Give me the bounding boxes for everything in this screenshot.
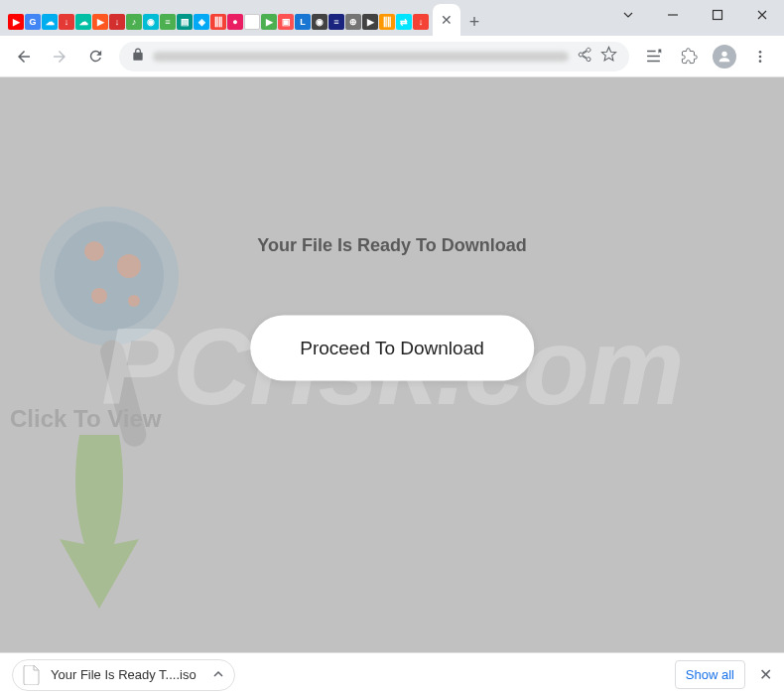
extension-icon[interactable]: ♪ xyxy=(126,14,142,30)
extension-icon[interactable]: ◉ xyxy=(312,14,327,30)
downloads-bar: Your File Is Ready T....iso Show all ✕ xyxy=(0,652,784,696)
maximize-button[interactable] xyxy=(695,0,739,30)
profile-avatar[interactable] xyxy=(709,41,740,72)
minimize-button[interactable] xyxy=(650,0,695,30)
download-item[interactable]: Your File Is Ready T....iso xyxy=(12,659,235,691)
browser-toolbar xyxy=(0,36,784,77)
file-icon xyxy=(23,665,41,685)
extension-icon[interactable]: ▣ xyxy=(278,14,294,30)
download-prompt: Your File Is Ready To Download Proceed T… xyxy=(250,235,534,381)
window-controls xyxy=(605,0,784,30)
svg-point-5 xyxy=(759,60,762,63)
svg-rect-1 xyxy=(713,11,721,20)
close-icon[interactable]: ✕ xyxy=(441,12,453,28)
close-button[interactable] xyxy=(739,0,784,30)
extension-icon[interactable]: ⇄ xyxy=(396,14,412,30)
extension-strip: ▶G☁↓☁▶↓♪◉≡▤◈ǁǁ●▶▣L◉≡⊕▶ǁǁ⇄↓ xyxy=(8,14,429,36)
svg-point-2 xyxy=(721,51,726,56)
svg-point-4 xyxy=(759,55,762,58)
new-tab-button[interactable]: + xyxy=(460,8,488,36)
extension-icon[interactable]: ● xyxy=(227,14,243,30)
dropdown-icon[interactable] xyxy=(605,0,650,30)
extension-icon[interactable]: ▶ xyxy=(8,14,24,30)
watermark-arrow-icon xyxy=(40,435,159,618)
extension-icon[interactable]: ▤ xyxy=(177,14,193,30)
extension-icon[interactable]: ◈ xyxy=(194,14,209,30)
extension-icon[interactable]: ☁ xyxy=(42,14,58,30)
extension-icon[interactable]: G xyxy=(25,14,41,30)
reading-list-icon[interactable] xyxy=(637,41,669,72)
close-icon[interactable]: ✕ xyxy=(759,665,772,684)
extension-icon[interactable]: ǁǁ xyxy=(379,14,395,30)
extension-icon[interactable]: ↓ xyxy=(109,14,125,30)
reload-button[interactable] xyxy=(79,41,111,72)
extension-icon[interactable]: ≡ xyxy=(328,14,344,30)
extension-icon[interactable] xyxy=(673,41,705,72)
back-button[interactable] xyxy=(8,41,40,72)
chevron-up-icon[interactable] xyxy=(212,666,224,684)
svg-point-8 xyxy=(84,241,104,261)
svg-point-10 xyxy=(91,288,107,304)
browser-tab[interactable]: ✕ xyxy=(433,4,460,36)
download-filename: Your File Is Ready T....iso xyxy=(51,667,196,682)
svg-point-3 xyxy=(759,51,762,54)
svg-point-11 xyxy=(128,295,140,307)
extension-icon[interactable]: ▶ xyxy=(362,14,378,30)
svg-point-9 xyxy=(117,254,141,278)
extension-icon[interactable]: ≡ xyxy=(160,14,176,30)
lock-icon xyxy=(131,48,145,66)
extension-icon[interactable]: L xyxy=(295,14,311,30)
side-label: Click To View xyxy=(10,405,162,433)
tab-strip: ✕ + xyxy=(433,4,488,36)
extension-icon[interactable]: ◉ xyxy=(143,14,159,30)
proceed-button[interactable]: Proceed To Download xyxy=(250,316,534,381)
show-all-button[interactable]: Show all xyxy=(675,660,745,689)
extension-icon[interactable] xyxy=(244,14,260,30)
extension-icon[interactable]: ☁ xyxy=(75,14,91,30)
page-heading: Your File Is Ready To Download xyxy=(250,235,534,256)
url-text xyxy=(153,52,569,62)
address-bar[interactable] xyxy=(119,42,629,71)
forward-button[interactable] xyxy=(44,41,75,72)
browser-titlebar: ▶G☁↓☁▶↓♪◉≡▤◈ǁǁ●▶▣L◉≡⊕▶ǁǁ⇄↓ ✕ + xyxy=(0,0,784,36)
share-icon[interactable] xyxy=(577,47,592,67)
star-icon[interactable] xyxy=(600,46,617,67)
extension-icon[interactable]: ⊕ xyxy=(345,14,361,30)
svg-point-7 xyxy=(55,221,164,331)
extension-icon[interactable]: ǁǁ xyxy=(210,14,226,30)
extension-icon[interactable]: ▶ xyxy=(92,14,108,30)
menu-button[interactable] xyxy=(744,41,776,72)
extension-icon[interactable]: ▶ xyxy=(261,14,277,30)
extension-icon[interactable]: ↓ xyxy=(413,14,429,30)
page-content: PCrisk.com Click To View Your File Is Re… xyxy=(0,77,784,653)
extension-icon[interactable]: ↓ xyxy=(59,14,74,30)
